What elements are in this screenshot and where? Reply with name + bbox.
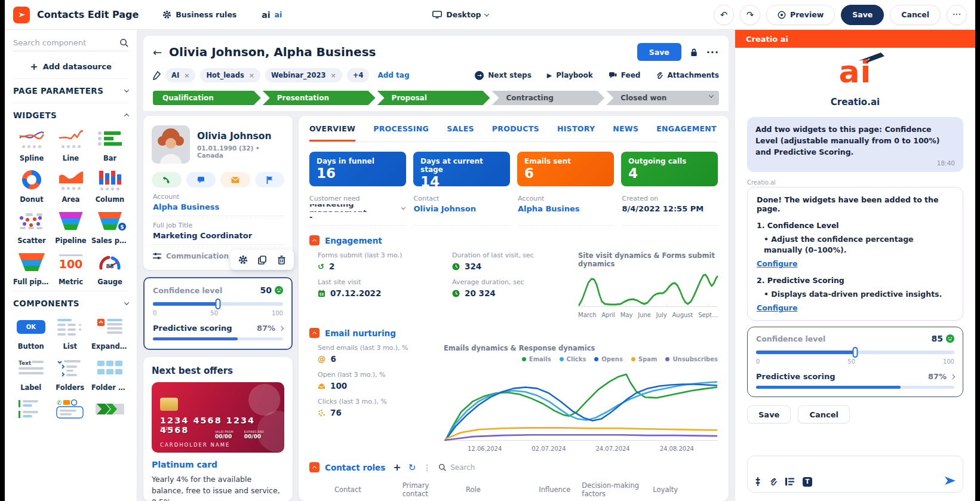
more-button[interactable]: ··· <box>947 5 967 25</box>
widget-delete-button[interactable] <box>274 253 289 267</box>
slider-handle[interactable] <box>853 347 858 358</box>
component-list[interactable]: List <box>53 315 88 351</box>
search-input[interactable] <box>13 38 119 47</box>
component-folders[interactable]: Folders <box>53 356 88 392</box>
undo-button[interactable]: ↶ <box>714 5 734 25</box>
widget-spline[interactable]: Spline <box>13 127 50 162</box>
record-save-button[interactable]: Save <box>637 43 681 61</box>
more-tags-chip[interactable]: +4 <box>347 68 370 82</box>
tab-news[interactable]: NEWS <box>613 124 638 142</box>
account-link[interactable]: Alpha Business <box>153 202 283 211</box>
attachment-icon[interactable] <box>769 477 777 486</box>
device-selector[interactable]: Desktop <box>432 10 489 19</box>
flag-button[interactable] <box>255 172 285 188</box>
record-more-button[interactable]: ··· <box>706 47 719 58</box>
component-communication-options[interactable]: ✆ <box>53 398 88 420</box>
template-icon[interactable] <box>785 478 794 485</box>
tab-overview[interactable]: OVERVIEW <box>309 124 355 142</box>
refresh-button[interactable]: ↻ <box>408 462 416 473</box>
ai-confidence-widget-preview[interactable]: Confidence level 85 0 50 100 <box>747 327 963 397</box>
save-button[interactable]: Save <box>841 5 884 25</box>
ai-toolbar-button[interactable]: ai ai <box>262 10 282 20</box>
next-steps-button[interactable]: → Next steps <box>475 71 532 80</box>
collapse-icon[interactable] <box>309 235 320 245</box>
section-page-parameters[interactable]: PAGE PARAMETERS <box>13 78 128 103</box>
email-button[interactable] <box>220 172 250 188</box>
ai-cancel-button[interactable]: Cancel <box>798 405 850 423</box>
chat-button[interactable] <box>186 172 216 188</box>
tag-chip[interactable]: AI× <box>165 68 195 82</box>
back-arrow-icon[interactable]: ← <box>153 46 162 59</box>
add-datasource-button[interactable]: + Add datasource <box>13 61 128 72</box>
stage-dropdown-icon[interactable] <box>709 93 714 97</box>
widget-metric[interactable]: 100 Metric <box>54 251 88 286</box>
widget-area[interactable]: Area <box>54 168 88 204</box>
collapse-icon[interactable] <box>309 328 320 338</box>
component-label[interactable]: Text Label <box>13 356 49 392</box>
send-button[interactable] <box>945 476 956 487</box>
stage-presentation[interactable]: Presentation <box>263 91 376 105</box>
component-expanded[interactable]: Expanded… <box>91 315 128 351</box>
kebab-menu-button[interactable]: ⋮ <box>423 463 431 472</box>
stage-closed-won[interactable]: Closed won <box>606 91 719 105</box>
add-tag-button[interactable]: Add tag <box>377 71 409 79</box>
metric-emails-sent[interactable]: Emails sent 6 <box>517 152 614 186</box>
tab-products[interactable]: PRODUCTS <box>492 124 539 142</box>
widget-settings-button[interactable] <box>235 253 251 267</box>
widget-column[interactable]: Column <box>91 168 128 204</box>
metric-days-at-stage[interactable]: Days at current stage 14 <box>413 152 510 186</box>
widget-scatter[interactable]: Scatter <box>13 210 50 245</box>
ai-message-input[interactable] <box>755 461 956 476</box>
tab-engagement[interactable]: ENGAGEMENT <box>656 124 717 142</box>
account-field-main[interactable]: Account Alpha Busines <box>518 195 614 226</box>
add-row-button[interactable]: + <box>393 462 401 473</box>
playbook-button[interactable]: ▶ Playbook <box>547 71 593 79</box>
roles-search[interactable]: Search <box>438 463 475 472</box>
redo-button[interactable]: ↷ <box>740 5 760 25</box>
section-widgets[interactable]: WIDGETS <box>13 103 128 127</box>
widget-sales-pipeline[interactable]: $ Sales pipe… <box>91 210 128 245</box>
account-field[interactable]: Account Alpha Business <box>152 188 284 216</box>
customer-need-field[interactable]: Customer need Marketing management - <box>309 195 405 226</box>
lock-icon[interactable] <box>690 48 698 57</box>
feed-button[interactable]: Feed <box>609 71 641 79</box>
created-on-field[interactable]: Created on 8/4/2022 12:55 PM <box>622 195 718 226</box>
widget-full-pipeline[interactable]: Full pipeli… <box>13 251 50 286</box>
text-format-icon[interactable]: T <box>803 477 812 487</box>
ai-message-input-box[interactable]: T <box>747 456 963 493</box>
widget-pipeline[interactable]: Pipeline <box>54 210 88 245</box>
section-components[interactable]: COMPONENTS <box>13 291 128 315</box>
widget-bar[interactable]: Bar <box>91 127 128 162</box>
tab-sales[interactable]: SALES <box>447 124 474 142</box>
metric-days-in-funnel[interactable]: Days in funnel 16 <box>309 152 406 186</box>
widget-line[interactable]: Line <box>54 127 88 162</box>
remove-tag-icon[interactable]: × <box>184 72 189 79</box>
attachments-button[interactable]: Attachments <box>656 71 719 79</box>
confidence-slider[interactable] <box>756 351 954 354</box>
stage-qualification[interactable]: Qualification <box>153 91 261 105</box>
configure-link[interactable]: Configure <box>757 303 797 312</box>
call-button[interactable] <box>152 172 182 188</box>
ai-save-button[interactable]: Save <box>747 405 791 423</box>
offer-link[interactable]: Platinum card <box>152 460 284 469</box>
chevron-right-icon[interactable] <box>279 325 284 330</box>
cancel-button[interactable]: Cancel <box>890 5 941 25</box>
prompt-library-icon[interactable] <box>755 477 761 486</box>
configure-link[interactable]: Configure <box>757 259 797 268</box>
job-title-field[interactable]: Full job Title Marketing Coordinator <box>152 216 284 245</box>
widget-gauge[interactable]: 88 Gauge <box>91 251 128 286</box>
slider-handle[interactable] <box>216 299 221 309</box>
remove-tag-icon[interactable]: × <box>331 72 336 79</box>
component-timeline[interactable] <box>13 398 49 420</box>
component-button[interactable]: OK Button <box>13 315 49 351</box>
widget-donut[interactable]: Donut <box>13 168 50 204</box>
business-rules-button[interactable]: Business rules <box>162 10 236 19</box>
contact-field[interactable]: Contact Olivia Johnson <box>414 195 510 226</box>
tab-processing[interactable]: PROCESSING <box>373 124 429 142</box>
confidence-slider[interactable] <box>153 302 283 306</box>
creatio-logo-icon[interactable] <box>13 7 30 23</box>
confidence-widget-selected[interactable]: Confidence level 50 0 50 <box>143 277 293 350</box>
component-progress-bar[interactable] <box>91 398 128 420</box>
tag-chip[interactable]: Hot_leads× <box>200 68 260 82</box>
collapse-icon[interactable] <box>309 462 320 472</box>
